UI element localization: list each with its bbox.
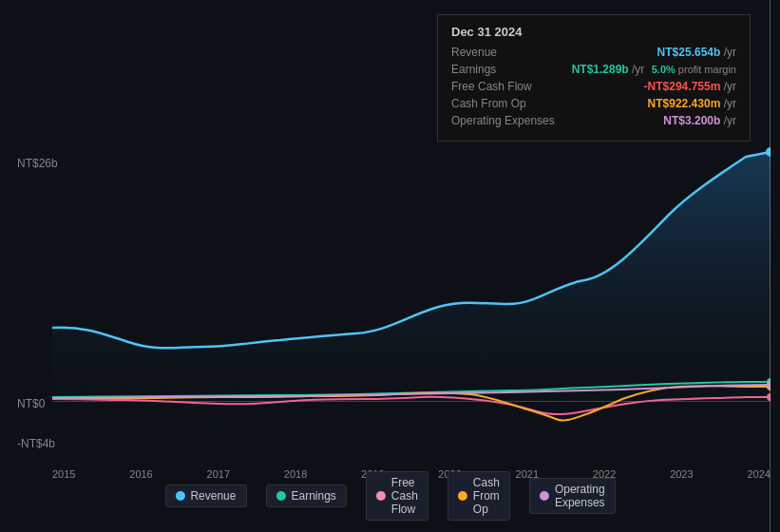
legend-label-opex: Operating Expenses [555,483,605,509]
tooltip-value-fcf: -NT$294.755m /yr [644,80,736,93]
x-tick-2024: 2024 [747,468,770,480]
legend-dot-revenue [175,491,184,501]
x-tick-2015: 2015 [52,468,75,480]
legend-fcf: Free Cash Flow [366,471,428,521]
tooltip-row-revenue: Revenue NT$25.654b /yr [451,46,736,59]
tooltip-box: Dec 31 2024 Revenue NT$25.654b /yr Earni… [437,14,751,142]
legend-label-earnings: Earnings [291,489,335,503]
legend-dot-fcf [376,491,386,501]
tooltip-row-fcf: Free Cash Flow -NT$294.755m /yr [451,80,736,93]
legend-dot-opex [540,491,549,501]
tooltip-value-revenue: NT$25.654b /yr [657,46,736,59]
x-tick-2016: 2016 [129,468,152,480]
tooltip-row-cashop: Cash From Op NT$922.430m /yr [451,97,736,110]
tooltip-label-opex: Operating Expenses [451,114,556,127]
legend-cashop: Cash From Op [447,471,510,521]
tooltip-row-earnings: Earnings NT$1.289b /yr 5.0% profit margi… [451,63,736,76]
tooltip-row-opex: Operating Expenses NT$3.200b /yr [451,114,736,127]
tooltip-label-revenue: Revenue [451,46,556,59]
tooltip-label-fcf: Free Cash Flow [451,80,556,93]
legend-label-cashop: Cash From Op [473,476,500,516]
tooltip-label-earnings: Earnings [451,63,556,76]
legend-dot-earnings [276,491,285,501]
x-tick-2023: 2023 [670,468,693,480]
tooltip-label-cashop: Cash From Op [451,97,556,110]
legend-dot-cashop [458,491,467,501]
chart-container: Dec 31 2024 Revenue NT$25.654b /yr Earni… [0,0,780,532]
legend-revenue: Revenue [164,484,246,507]
tooltip-date: Dec 31 2024 [451,25,736,39]
tooltip-value-opex: NT$3.200b /yr [663,114,736,127]
legend-label-fcf: Free Cash Flow [391,476,418,516]
chart-svg [52,147,770,461]
legend-opex: Operating Expenses [529,478,616,514]
y-label-neg4b: -NT$4b [17,437,55,450]
tooltip-value-cashop: NT$922.430m /yr [648,97,736,110]
y-label-0: NT$0 [17,397,45,410]
legend-earnings: Earnings [265,484,346,507]
revenue-fill [52,152,770,401]
chart-legend: Revenue Earnings Free Cash Flow Cash Fro… [164,471,615,521]
crosshair [770,0,770,532]
tooltip-value-earnings: NT$1.289b /yr 5.0% profit margin [572,63,736,76]
legend-label-revenue: Revenue [190,489,236,503]
